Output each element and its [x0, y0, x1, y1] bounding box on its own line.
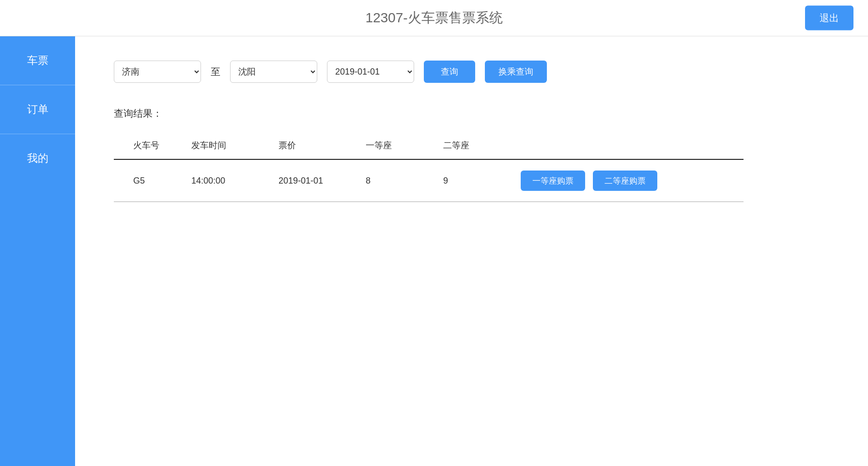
table-row: G5 14:00:00 2019-01-01 8 9 一等座购票 二等座购票 [114, 160, 744, 202]
to-select[interactable]: 沈阳 北京 上海 广州 [230, 61, 317, 83]
search-bar: 济南 北京 上海 广州 至 沈阳 北京 上海 广州 2019-01-01 201… [114, 61, 829, 83]
cell-time: 14:00:00 [191, 176, 279, 186]
query-button[interactable]: 查询 [424, 61, 475, 83]
main-content: 济南 北京 上海 广州 至 沈阳 北京 上海 广州 2019-01-01 201… [75, 36, 868, 466]
page-title: 12307-火车票售票系统 [365, 9, 502, 27]
action-buttons: 一等座购票 二等座购票 [521, 171, 744, 191]
col-header-first: 一等座 [366, 140, 443, 151]
col-header-train: 火车号 [114, 140, 191, 151]
results-table: 火车号 发车时间 票价 一等座 二等座 G5 14:00:00 2019-01-… [114, 135, 744, 202]
table-header: 火车号 发车时间 票价 一等座 二等座 [114, 135, 744, 160]
logout-button[interactable]: 退出 [805, 6, 853, 31]
buy-second-class-button[interactable]: 二等座购票 [593, 171, 657, 191]
from-select[interactable]: 济南 北京 上海 广州 [114, 61, 201, 83]
col-header-second: 二等座 [443, 140, 521, 151]
cell-first-count: 8 [366, 176, 443, 186]
results-label: 查询结果： [114, 107, 829, 120]
transfer-query-button[interactable]: 换乘查询 [485, 61, 547, 83]
date-select[interactable]: 2019-01-01 2019-01-02 2019-01-03 [327, 61, 414, 83]
sidebar-item-mine[interactable]: 我的 [0, 134, 75, 183]
cell-date: 2019-01-01 [279, 176, 366, 186]
header: 12307-火车票售票系统 退出 [0, 0, 868, 36]
col-header-time: 发车时间 [191, 140, 279, 151]
cell-actions: 一等座购票 二等座购票 [521, 171, 744, 191]
sidebar: 车票 订单 我的 [0, 36, 75, 466]
cell-train: G5 [114, 176, 191, 186]
sidebar-item-orders[interactable]: 订单 [0, 85, 75, 134]
col-header-price: 票价 [279, 140, 366, 151]
layout: 车票 订单 我的 济南 北京 上海 广州 至 沈阳 北京 上海 广州 [0, 36, 868, 466]
sidebar-item-tickets[interactable]: 车票 [0, 36, 75, 85]
to-label: 至 [211, 65, 220, 78]
buy-first-class-button[interactable]: 一等座购票 [521, 171, 585, 191]
cell-second-count: 9 [443, 176, 521, 186]
